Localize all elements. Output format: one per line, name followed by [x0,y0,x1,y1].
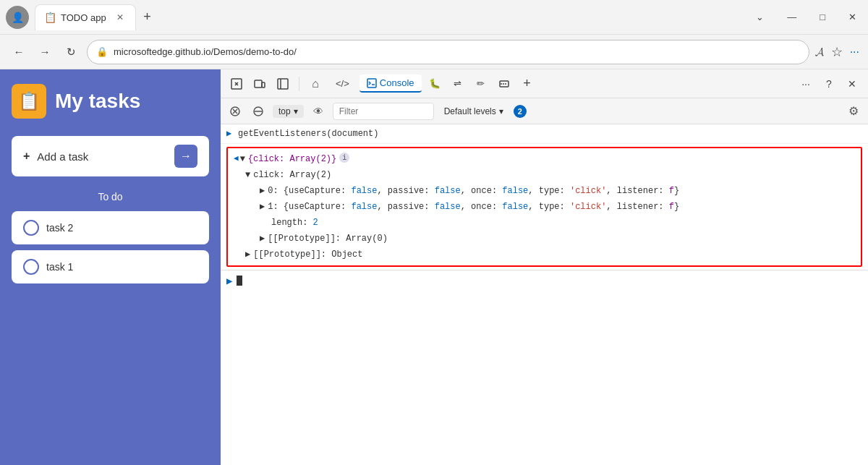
add-task-text: Add a task [37,150,88,163]
devtools-toolbar: ⌂ </> Console 🐛 ⇌ ✏ + ··· ? ✕ [221,69,868,98]
todo-header: 📋 My tasks [12,84,209,119]
result-item-1: 1: {useCapture: false, passive: false, o… [268,200,679,213]
expand-arrow[interactable] [260,184,265,197]
console-result-box: ◀ {click: Array(2)} i click: Array(2) 0:… [226,147,862,267]
sidebar-toggle-button[interactable] [273,74,293,94]
tab-sources[interactable]: 🐛 [425,74,445,94]
toolbar-divider [299,77,299,91]
context-label: top [278,106,291,116]
expand-arrow[interactable] [260,232,265,245]
console-prompt: ▶ [226,275,232,286]
filter-input[interactable] [333,103,434,120]
expand-arrow[interactable] [260,200,265,213]
clear-console-button[interactable] [226,103,244,120]
task-checkbox[interactable] [23,220,39,236]
todo-title: My tasks [55,90,140,113]
no-entry-icon[interactable] [250,103,267,120]
tab-memory[interactable] [494,74,514,94]
favorites-icon[interactable]: ☆ [831,44,843,60]
back-button[interactable]: ← [9,42,29,62]
levels-dropdown-icon: ▾ [499,106,503,116]
add-panel-button[interactable]: + [517,74,537,94]
main-content: 📋 My tasks + Add a task → To do task 2 t… [0,69,868,465]
left-arrow-icon: ◀ [234,153,239,165]
tab-network[interactable]: ⇌ [448,74,468,94]
console-result-row: 0: {useCapture: false, passive: false, o… [231,183,858,199]
close-devtools-button[interactable]: ✕ [842,74,862,94]
context-selector[interactable]: top ▾ [273,105,304,118]
tab-bar: 📋 TODO app ✕ + [35,0,159,35]
add-task-label: + Add a task [23,150,88,163]
profile-icon[interactable]: 👤 [6,6,29,29]
chevron-down-icon[interactable]: ⌄ [750,9,770,25]
tab-console-label: Console [380,77,414,88]
expand-arrow[interactable] [245,248,250,261]
lock-icon: 🔒 [96,46,108,57]
result-prototype-array: [[Prototype]]: Array(0) [268,232,388,245]
home-button[interactable]: ⌂ [305,74,326,94]
addressbar-actions: 𝓐 ☆ ··· [815,44,859,60]
forward-button[interactable]: → [35,42,55,62]
svg-rect-2 [262,82,265,88]
new-tab-button[interactable]: + [136,6,159,29]
console-result-row: 1: {useCapture: false, passive: false, o… [231,199,858,215]
console-command: getEventListeners(document) [238,127,378,140]
console-result-row: length: 2 [231,215,858,231]
close-button[interactable]: ✕ [843,9,862,25]
window-controls: ⌄ — □ ✕ [750,9,862,25]
console-result-row: [[Prototype]]: Object [231,247,858,263]
device-emulation-button[interactable] [250,74,270,94]
console-settings-button[interactable]: ⚙ [845,103,862,120]
read-aloud-icon[interactable]: 𝓐 [815,46,824,59]
todo-logo: 📋 [12,84,46,119]
expand-arrow[interactable] [245,168,250,182]
console-result-row: ◀ {click: Array(2)} i [231,151,858,167]
todo-panel: 📋 My tasks + Add a task → To do task 2 t… [0,69,221,465]
console-command-line: ▶ getEventListeners(document) [221,124,868,144]
task-label: task 1 [46,261,73,273]
result-item-0: 0: {useCapture: false, passive: false, o… [268,184,679,197]
add-task-arrow-icon: → [174,145,197,168]
add-task-button[interactable]: + Add a task → [12,136,209,176]
task-checkbox[interactable] [23,259,39,275]
more-tools-button[interactable]: ··· [796,74,816,94]
error-count-badge: 2 [514,105,527,118]
result-key: click: Array(2) [253,168,331,182]
console-output: ▶ getEventListeners(document) ◀ {click: … [221,124,868,465]
task-item[interactable]: task 1 [12,250,209,283]
titlebar-left: 👤 📋 TODO app ✕ + [6,0,159,35]
plus-icon: + [23,150,30,163]
console-result-row: [[Prototype]]: Array(0) [231,231,858,247]
tab-performance[interactable]: ✏ [471,74,491,94]
context-dropdown-icon: ▾ [294,106,298,116]
tab-close-button[interactable]: ✕ [114,11,127,24]
refresh-button[interactable]: ↻ [61,42,81,62]
task-item[interactable]: task 2 [12,211,209,244]
toolbar-more-actions: ··· ? ✕ [796,74,862,94]
expand-arrow[interactable]: ▶ [226,127,235,140]
expand-arrow[interactable] [240,153,245,166]
eye-icon[interactable]: 👁 [310,103,327,120]
tab-label: TODO app [61,12,106,23]
more-icon[interactable]: ··· [850,46,859,59]
log-levels-selector[interactable]: Default levels ▾ [440,105,508,118]
titlebar: 👤 📋 TODO app ✕ + ⌄ — □ ✕ [0,0,868,35]
help-button[interactable]: ? [819,74,839,94]
tab-console[interactable]: Console [359,74,422,93]
elements-icon: </> [336,78,349,89]
devtools-panel: ⌂ </> Console 🐛 ⇌ ✏ + ··· ? ✕ [221,69,868,465]
url-bar[interactable]: 🔒 microsoftedge.github.io/Demos/demo-to-… [87,40,809,64]
result-prototype-object: [[Prototype]]: Object [253,248,362,261]
tab-favicon: 📋 [44,12,56,23]
inspect-element-button[interactable] [226,74,247,94]
active-tab[interactable]: 📋 TODO app ✕ [35,4,136,30]
svg-rect-3 [278,79,288,89]
console-input-line[interactable]: ▶ [221,270,868,291]
minimize-button[interactable]: — [781,9,802,25]
levels-label: Default levels [444,106,496,116]
svg-rect-1 [255,80,262,88]
result-object: {click: Array(2)} [248,153,336,166]
restore-button[interactable]: □ [814,9,831,25]
tab-elements[interactable]: </> [328,75,357,92]
console-cursor [237,276,242,286]
